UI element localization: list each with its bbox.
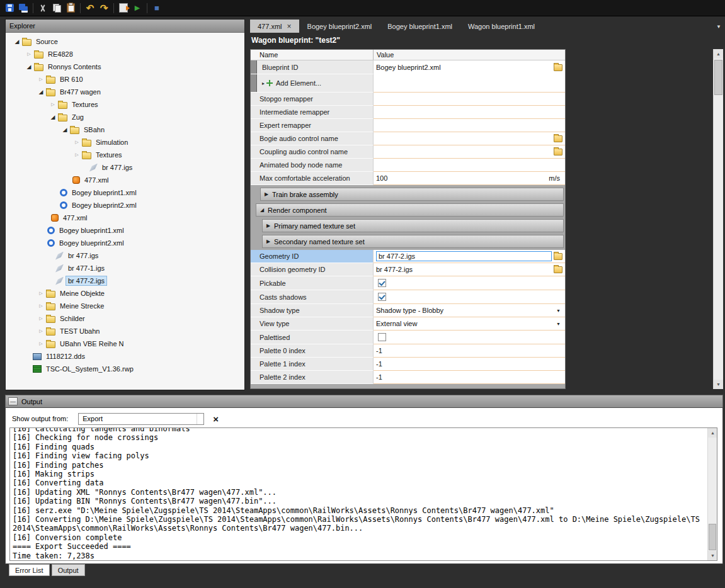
tab-bogey-blueprint1-xml[interactable]: Bogey blueprint1.xml xyxy=(380,20,460,33)
explorer-header[interactable]: Explorer xyxy=(6,20,244,33)
scroll-up-icon[interactable]: ▲ xyxy=(708,428,717,438)
property-name-cell[interactable]: Intermediate remapper xyxy=(251,106,374,119)
property-value-cell[interactable] xyxy=(374,93,565,106)
tab-output[interactable]: Output xyxy=(52,564,85,576)
output-scrollbar-thumb[interactable] xyxy=(709,524,716,550)
tree-item-br-477-1-igs[interactable]: br 477-1.igs xyxy=(6,262,244,274)
property-value-cell[interactable]: External view▼ xyxy=(374,317,565,331)
tree-item-textures[interactable]: ▷Textures xyxy=(6,149,244,161)
tree-item-tsc-ol-system-v1-36-rwp[interactable]: TSC-OL_System_V1.36.rwp xyxy=(6,363,244,375)
tree-item-source[interactable]: ◢Source xyxy=(6,35,244,48)
expand-arrow-icon[interactable]: ▶ xyxy=(263,223,274,229)
property-name-cell[interactable]: Max comfortable acceleration xyxy=(251,172,374,185)
tree-item-meine-strecke[interactable]: ▷Meine Strecke xyxy=(6,300,244,312)
tab-477-xml[interactable]: 477.xml× xyxy=(250,20,299,33)
tree-item-textures[interactable]: ▷Textures xyxy=(6,98,244,111)
tree-item-test-ubahn[interactable]: ▷TEST Ubahn xyxy=(6,325,244,337)
property-value-cell[interactable] xyxy=(374,74,565,93)
property-value-cell[interactable] xyxy=(374,159,565,172)
expand-arrow-icon[interactable]: ▷ xyxy=(49,102,57,107)
cut-button[interactable] xyxy=(36,1,50,15)
tree-item-simulation[interactable]: ▷Simulation xyxy=(6,136,244,149)
collapse-arrow-icon[interactable]: ◢ xyxy=(61,127,69,133)
save-button[interactable] xyxy=(3,1,16,15)
export-button[interactable] xyxy=(117,1,130,15)
checkbox-pickable[interactable] xyxy=(378,279,386,287)
browse-folder-icon[interactable] xyxy=(554,253,562,260)
tree-item-meine-objekte[interactable]: ▷Meine Objekte xyxy=(6,287,244,300)
property-name-cell[interactable]: Animated body node name xyxy=(251,159,374,172)
tree-item-bogey-blueprint2-xml[interactable]: Bogey blueprint2.xml xyxy=(6,237,244,249)
output-panel-header[interactable]: — Output xyxy=(5,395,723,407)
tree-item-schilder[interactable]: ▷Schilder xyxy=(6,312,244,325)
property-name-cell[interactable]: Shadow type xyxy=(251,304,374,317)
property-value-cell[interactable] xyxy=(374,145,565,159)
redo-button[interactable]: ↷ xyxy=(97,1,111,15)
tree-item-ronnys-contents[interactable]: ◢Ronnys Contents xyxy=(6,60,244,73)
browse-folder-icon[interactable] xyxy=(554,64,562,71)
tree-item-bogey-blueprint1-xml[interactable]: Bogey blueprint1.xml xyxy=(6,186,244,199)
tree-item-477-xml[interactable]: 477.xml xyxy=(6,212,244,224)
property-value-cell[interactable]: -1 xyxy=(374,358,565,371)
collapse-arrow-icon[interactable]: ◢ xyxy=(13,38,21,45)
property-name-cell[interactable]: ▸Add Element... xyxy=(251,74,374,93)
expand-arrow-icon[interactable]: ▷ xyxy=(37,341,45,346)
property-value-cell[interactable] xyxy=(374,331,565,344)
expand-arrow-icon[interactable]: ▷ xyxy=(73,140,81,145)
dropdown-arrow-icon[interactable]: ▼ xyxy=(556,322,562,326)
close-tab-icon[interactable]: × xyxy=(287,22,292,31)
save-all-button[interactable] xyxy=(16,1,30,15)
property-name-cell[interactable]: Palette 0 index xyxy=(251,344,374,358)
scroll-up-icon[interactable]: ▲ xyxy=(714,49,723,59)
tree-item-1118212-dds[interactable]: 1118212.dds xyxy=(6,350,244,363)
group-header-render-component[interactable]: ◢Render component xyxy=(256,203,564,217)
tab-error-list[interactable]: Error List xyxy=(9,564,50,576)
property-name-cell[interactable]: Expert remapper xyxy=(251,119,374,132)
property-name-cell[interactable]: Palette 1 index xyxy=(251,358,374,371)
property-value-cell[interactable] xyxy=(374,106,565,119)
property-value-cell[interactable] xyxy=(374,132,565,145)
dropdown-arrow-icon[interactable]: ▼ xyxy=(556,308,562,313)
expand-arrow-icon[interactable]: ▷ xyxy=(37,303,45,308)
tab-bogey-blueprint2-xml[interactable]: Bogey blueprint2.xml xyxy=(300,20,380,33)
property-value-cell[interactable] xyxy=(374,276,565,290)
group-header-primary-named-texture-set[interactable]: ▶Primary named texture set xyxy=(262,219,564,232)
checkbox-casts-shadows[interactable] xyxy=(378,293,386,301)
expand-arrow-icon[interactable]: ▷ xyxy=(37,291,45,296)
tree-item-br-477-2-igs[interactable]: br 477-2.igs xyxy=(6,274,244,287)
collapse-arrow-icon[interactable]: ◢ xyxy=(25,64,33,70)
tree-item-re4828[interactable]: ▷RE4828 xyxy=(6,48,244,60)
tab-list-dropdown-icon[interactable]: ▼ xyxy=(716,24,721,30)
tree-item-bogey-blueprint2-xml[interactable]: Bogey blueprint2.xml xyxy=(6,199,244,212)
property-name-cell[interactable]: Bogie audio control name xyxy=(251,132,374,145)
property-value-cell[interactable]: Shadow type - Blobby▼ xyxy=(374,304,565,317)
tree-item-bogey-blueprint1-xml[interactable]: Bogey blueprint1.xml xyxy=(6,224,244,237)
editor-scrollbar[interactable]: ▲ ▼ xyxy=(713,49,723,389)
property-name-cell[interactable]: Coupling audio control name xyxy=(251,145,374,159)
output-scrollbar[interactable]: ▲ ▼ xyxy=(707,428,717,560)
undo-button[interactable]: ↶ xyxy=(83,1,97,15)
dropdown-arrow-icon[interactable] xyxy=(197,414,203,424)
tree-item-477-xml[interactable]: 477.xml xyxy=(6,174,244,186)
tree-item-br-610[interactable]: ▷BR 610 xyxy=(6,73,244,86)
property-name-cell[interactable]: Collision geometry ID xyxy=(251,263,374,276)
clear-output-button[interactable]: × xyxy=(213,414,219,424)
collapse-arrow-icon[interactable]: ◢ xyxy=(256,207,268,213)
expand-arrow-icon[interactable]: ▷ xyxy=(37,77,45,82)
minimize-panel-button[interactable]: — xyxy=(8,397,18,405)
tab-wagon-blueprint1-xml[interactable]: Wagon blueprint1.xml xyxy=(460,20,542,33)
property-name-cell[interactable]: Pickable xyxy=(251,276,374,290)
tree-item-ubahn-vbe-reihe-n[interactable]: ▷UBahn VBE Reihe N xyxy=(6,337,244,350)
property-name-cell[interactable]: Palettised xyxy=(251,331,374,344)
property-value-cell[interactable] xyxy=(374,290,565,304)
property-value-cell[interactable]: 100m/s xyxy=(374,172,565,185)
expand-arrow-icon[interactable]: ▶ xyxy=(261,191,272,197)
property-value-cell[interactable]: -1 xyxy=(374,371,565,384)
property-name-cell[interactable]: Blueprint ID xyxy=(251,60,374,74)
property-value-cell[interactable]: Bogey blueprint2.xml xyxy=(374,60,565,74)
expand-arrow-icon[interactable]: ▶ xyxy=(263,239,274,244)
paste-button[interactable] xyxy=(64,1,77,15)
tree-item-br-477-igs[interactable]: br 477.igs xyxy=(6,161,244,174)
property-name-cell[interactable]: Palette 2 index xyxy=(251,371,374,384)
browse-folder-icon[interactable] xyxy=(554,266,562,273)
